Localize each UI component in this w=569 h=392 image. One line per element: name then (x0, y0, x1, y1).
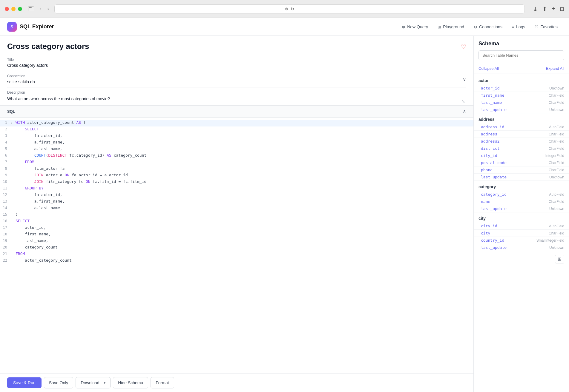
maximize-button[interactable] (18, 7, 22, 11)
schema-field: last_update Unknown (474, 244, 569, 251)
minimize-button[interactable] (11, 7, 16, 11)
back-button[interactable]: ‹ (38, 5, 43, 13)
refresh-button[interactable]: ↻ (291, 7, 294, 11)
code-line: 14 a.last_name (0, 205, 473, 212)
schema-table-name: address (474, 115, 569, 124)
form-section: Title Connection sqlite-sakila.db ∨ Desc… (0, 55, 473, 105)
download-button[interactable]: Download... ▾ (76, 377, 111, 388)
schema-search-input[interactable] (478, 50, 564, 60)
code-line: 6 COUNT(DISTINCT fc.category_id) AS cate… (0, 153, 473, 159)
browser-chrome: ‹ › ⊜ ↻ ⤓ ⬆ + ⊡ (0, 0, 569, 18)
code-line: 10 JOIN film_category fc ON fa.film_id =… (0, 179, 473, 186)
playground-icon: ⊞ (438, 24, 441, 29)
schema-header: Schema (474, 36, 569, 64)
share-icon[interactable]: ⬆ (542, 6, 547, 12)
sql-header: SQL ∧ (0, 105, 473, 118)
save-only-button[interactable]: Save Only (44, 377, 73, 388)
address-bar: ⊜ ↻ (54, 4, 525, 13)
schema-field: phone CharField (474, 166, 569, 174)
schema-table-address: address address_id AutoField address Cha… (474, 115, 569, 181)
nav-connections[interactable]: ⊙ Connections (470, 23, 507, 31)
forward-button[interactable]: › (45, 5, 51, 13)
expand-all-button[interactable]: Expand All (546, 66, 564, 71)
code-line: 8 film_actor fa (0, 166, 473, 172)
schema-field: last_name CharField (474, 99, 569, 106)
nav-logs[interactable]: ≡ Logs (508, 23, 530, 31)
connection-field: Connection sqlite-sakila.db ∨ (7, 71, 466, 87)
download-icon[interactable]: ⤓ (533, 6, 538, 12)
format-button[interactable]: Format (151, 377, 174, 388)
connections-icon: ⊙ (474, 24, 477, 29)
code-line: 22 actor_category_count (0, 258, 473, 264)
schema-field: city_id AutoField (474, 223, 569, 230)
schema-expand-button[interactable]: ⊞ (555, 255, 564, 263)
add-tab-icon[interactable]: + (552, 6, 555, 12)
schema-field: name CharField (474, 198, 569, 205)
schema-table-actor: actor actor_id Unknown first_name CharFi… (474, 76, 569, 113)
schema-field: category_id AutoField (474, 191, 569, 198)
code-line: 17 actor_id, (0, 225, 473, 232)
save-run-button[interactable]: Save & Run (7, 377, 42, 388)
connection-label: Connection (7, 74, 35, 78)
connection-dropdown-button[interactable]: ∨ (463, 76, 466, 82)
code-line: 15 ) (0, 212, 473, 218)
schema-field: last_update Unknown (474, 174, 569, 181)
shield-icon: ⊜ (285, 7, 288, 11)
schema-field: actor_id Unknown (474, 85, 569, 92)
schema-field: city_id IntegerField (474, 152, 569, 159)
sql-label: SQL (7, 109, 15, 114)
code-line: 21 FROM (0, 251, 473, 258)
code-line: 20 category_count (0, 245, 473, 251)
sidebar-toggle-button[interactable] (28, 7, 34, 11)
nav-playground[interactable]: ⊞ Playground (433, 23, 468, 31)
schema-field: city CharField (474, 230, 569, 237)
nav-favorites[interactable]: ♡ Favorites (530, 23, 562, 31)
schema-table-name: category (474, 182, 569, 191)
code-line: 3 fa.actor_id, (0, 133, 473, 140)
code-editor[interactable]: 1 ↓ WITH actor_category_count AS ( 2 SEL… (0, 118, 473, 373)
nav-new-query[interactable]: ⊕ New Query (398, 23, 432, 31)
title-input[interactable] (7, 63, 466, 68)
code-line: 9 JOIN actor a ON fa.actor_id = a.actor_… (0, 172, 473, 179)
schema-field: address2 CharField (474, 138, 569, 145)
code-line: 16 SELECT (0, 218, 473, 225)
collapse-all-button[interactable]: Collapse All (478, 66, 499, 71)
close-button[interactable] (5, 7, 9, 11)
schema-sidebar: Schema Collapse All Expand All actor act… (473, 36, 569, 392)
schema-field: district CharField (474, 145, 569, 152)
code-line: 12 fa.actor_id, (0, 192, 473, 199)
schema-expand-section: ⊞ (474, 252, 569, 266)
main-layout: Cross category actors ♡ Title Connection… (0, 36, 569, 392)
description-label: Description (7, 90, 466, 95)
app-name: SQL Explorer (20, 24, 54, 30)
schema-table-name: city (474, 214, 569, 223)
schema-content: actor actor_id Unknown first_name CharFi… (474, 73, 569, 392)
schema-field: postal_code CharField (474, 159, 569, 166)
code-line: 19 last_name, (0, 238, 473, 245)
app-header: S SQL Explorer ⊕ New Query ⊞ Playground … (0, 18, 569, 36)
extensions-icon[interactable]: ⊡ (560, 6, 564, 12)
app-logo: S SQL Explorer (7, 22, 54, 32)
schema-table-category: category category_id AutoField name Char… (474, 182, 569, 212)
code-line: 11 GROUP BY (0, 186, 473, 192)
schema-field: address CharField (474, 131, 569, 138)
code-line: 1 ↓ WITH actor_category_count AS ( (0, 120, 473, 126)
code-line: 7 FROM (0, 159, 473, 166)
schema-field: country_id SmallIntegerField (474, 237, 569, 244)
favorite-button[interactable]: ♡ (461, 43, 466, 50)
schema-field: first_name CharField (474, 92, 569, 99)
logo-icon: S (7, 22, 17, 32)
sql-collapse-button[interactable]: ∧ (463, 109, 466, 114)
schema-field: last_update Unknown (474, 205, 569, 212)
schema-title: Schema (478, 41, 564, 47)
description-field: Description What actors work across the … (7, 87, 466, 105)
schema-table-name: actor (474, 76, 569, 85)
hide-schema-button[interactable]: Hide Schema (113, 377, 148, 388)
code-line: 18 first_name, (0, 232, 473, 238)
app-nav: ⊕ New Query ⊞ Playground ⊙ Connections ≡… (398, 23, 562, 31)
code-line: 4 a.first_name, (0, 140, 473, 146)
resize-handle-icon: ⤡ (461, 99, 465, 104)
code-line: 5 a.last_name, (0, 146, 473, 153)
title-label: Title (7, 58, 466, 62)
page-title: Cross category actors (7, 42, 89, 51)
